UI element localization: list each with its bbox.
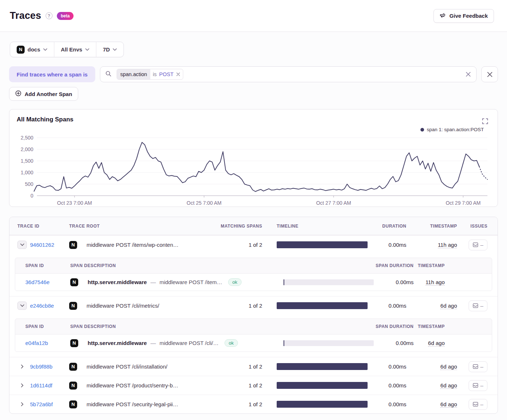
issues-button[interactable]: – — [469, 399, 487, 410]
col-span-id: SPAN ID — [25, 324, 70, 329]
add-another-span-button[interactable]: Add Another Span — [9, 87, 78, 101]
table-row: e246cb8e N middleware POST /cli/metrics/… — [9, 296, 498, 315]
fullscreen-expand-icon[interactable] — [482, 118, 488, 126]
collapse-row-chevron-down-icon[interactable] — [17, 241, 27, 249]
col-duration: DURATION — [368, 224, 406, 229]
trace-id-link[interactable]: 9cb9f88b — [30, 363, 53, 370]
project-filter-label: docs — [28, 46, 40, 53]
span-id-link[interactable]: 36d7546e — [25, 279, 70, 285]
project-filter[interactable]: N docs — [10, 42, 54, 57]
collapse-row-chevron-down-icon[interactable] — [17, 302, 27, 310]
duration-value: 0.00ms — [368, 363, 406, 370]
span-timestamp-value[interactable]: 11h ago — [426, 279, 445, 286]
issues-empty-dash: – — [480, 242, 483, 248]
timestamp-value[interactable]: 11h ago — [438, 242, 457, 248]
issues-empty-dash: – — [480, 303, 483, 309]
svg-text:0: 0 — [30, 193, 33, 199]
issues-button[interactable]: – — [469, 240, 487, 250]
date-range-filter[interactable]: 7D — [96, 42, 123, 57]
span-subtable-header: SPAN ID SPAN DESCRIPTION SPAN DURATION T… — [15, 258, 492, 273]
environment-filter[interactable]: All Envs — [54, 42, 96, 57]
expand-row-chevron-right-icon[interactable] — [17, 402, 27, 406]
remove-search-row-button[interactable] — [481, 66, 498, 82]
duration-value: 0.00ms — [368, 382, 406, 388]
token-operator: is — [150, 71, 159, 77]
svg-text:2,500: 2,500 — [21, 135, 33, 141]
chart-legend[interactable]: span 1: span.action:POST — [420, 127, 484, 132]
timestamp-value[interactable]: 6d ago — [440, 303, 457, 309]
nextjs-icon: N — [70, 278, 78, 286]
span-status-badge: ok — [225, 339, 238, 347]
svg-text:2,000: 2,000 — [21, 146, 33, 152]
svg-text:500: 500 — [25, 181, 34, 187]
svg-text:Oct 29 7:00 AM: Oct 29 7:00 AM — [446, 200, 481, 206]
timestamp-value[interactable]: 6d ago — [440, 382, 457, 389]
span-timestamp-value[interactable]: 6d ago — [428, 340, 445, 346]
trace-id-link[interactable]: e246cb8e — [30, 303, 54, 309]
trace-root-label: middleware POST /security-legal-pii… — [87, 401, 178, 407]
table-row: 1d6114df N middleware POST /product/sent… — [9, 376, 498, 395]
search-clear-icon[interactable] — [465, 71, 471, 77]
table-row: 94601262 N middleware POST /items/wp-con… — [9, 235, 498, 254]
duration-value: 0.00ms — [368, 401, 406, 407]
span-row: 36d7546e N http.server.middleware — midd… — [15, 273, 492, 291]
issues-button[interactable]: – — [469, 361, 487, 372]
give-feedback-button[interactable]: Give Feedback — [433, 9, 494, 23]
trace-id-link[interactable]: 1d6114df — [30, 382, 52, 388]
span-search-row: Find traces where a span is span.action … — [9, 66, 498, 82]
span-subtable: SPAN ID SPAN DESCRIPTION SPAN DURATION T… — [15, 258, 492, 291]
span-id-link[interactable]: e04fa12b — [25, 340, 70, 346]
give-feedback-label: Give Feedback — [449, 13, 488, 19]
span-status-badge: ok — [228, 278, 242, 286]
svg-text:1,500: 1,500 — [21, 158, 33, 164]
environment-filter-label: All Envs — [61, 46, 82, 53]
issues-button[interactable]: – — [469, 380, 487, 391]
nextjs-icon: N — [69, 382, 77, 390]
issue-box-icon — [473, 364, 478, 369]
span-subtable: SPAN ID SPAN DESCRIPTION SPAN DURATION T… — [15, 319, 492, 352]
search-icon — [105, 71, 112, 78]
span-timeline-bar — [283, 340, 374, 346]
issues-empty-dash: – — [480, 363, 483, 370]
matching-spans-count: 1 of 2 — [215, 401, 262, 407]
span-scope-label: Find traces where a span is — [9, 66, 95, 82]
beta-badge: beta — [57, 12, 74, 20]
svg-text:1,000: 1,000 — [21, 170, 33, 175]
table-row: 5b72a6bf N middleware POST /security-leg… — [9, 395, 498, 413]
timestamp-value[interactable]: 6d ago — [440, 363, 457, 370]
col-span-timestamp: TIMESTAMP — [414, 263, 445, 268]
issues-button[interactable]: – — [469, 300, 487, 311]
span-duration-value: 0.00ms — [374, 279, 414, 285]
timestamp-value[interactable]: 6d ago — [440, 401, 457, 408]
duration-value: 0.00ms — [368, 303, 406, 309]
span-description-label: middleware POST /item… — [159, 279, 222, 285]
token-remove-icon[interactable] — [176, 72, 183, 76]
trace-id-link[interactable]: 94601262 — [30, 242, 54, 248]
help-icon[interactable]: ? — [46, 12, 53, 19]
plus-circle-icon — [15, 90, 21, 97]
col-issues: ISSUES — [457, 224, 490, 229]
search-input[interactable]: span.action is POST — [100, 66, 477, 82]
span-duration-value: 0.00ms — [374, 340, 414, 346]
chevron-down-icon — [43, 48, 47, 51]
chevron-down-icon — [113, 48, 117, 51]
col-span-id: SPAN ID — [25, 263, 70, 268]
expand-row-chevron-right-icon[interactable] — [17, 365, 27, 369]
issues-empty-dash: – — [480, 401, 483, 407]
legend-dot — [420, 128, 424, 132]
expand-row-chevron-right-icon[interactable] — [17, 383, 27, 387]
col-span-description: SPAN DESCRIPTION — [70, 324, 283, 329]
svg-text:Oct 25 7:00 AM: Oct 25 7:00 AM — [187, 200, 222, 206]
issues-empty-dash: – — [480, 382, 483, 388]
timeline-bar — [277, 363, 368, 370]
search-filter-token[interactable]: span.action is POST — [117, 69, 183, 80]
trace-id-link[interactable]: 5b72a6bf — [30, 401, 53, 407]
issue-box-icon — [473, 242, 478, 248]
issue-box-icon — [473, 402, 478, 407]
issue-box-icon — [473, 303, 478, 308]
span-timeline-bar — [283, 279, 374, 285]
nextjs-icon: N — [69, 302, 77, 310]
span-subtable-header: SPAN ID SPAN DESCRIPTION SPAN DURATION T… — [15, 319, 492, 334]
col-span-duration: SPAN DURATION — [374, 324, 414, 329]
chart-title: All Matching Spans — [17, 116, 490, 123]
